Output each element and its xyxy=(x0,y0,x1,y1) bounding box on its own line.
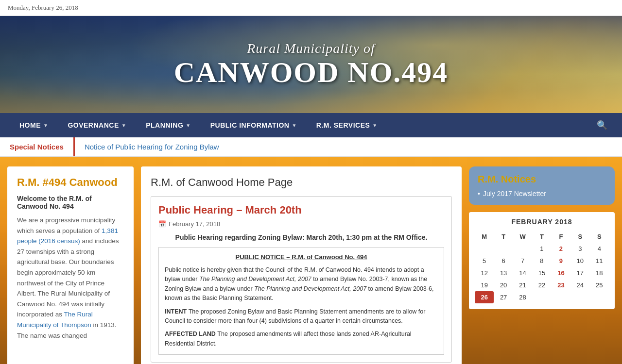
calendar-cell xyxy=(475,243,494,255)
calendar-cell: 12 xyxy=(475,267,494,279)
nav-item-public-information[interactable]: PUBLIC INFORMATION ▼ xyxy=(201,113,307,137)
calendar-cell: 5 xyxy=(475,255,494,267)
calendar-cell: 10 xyxy=(570,255,589,267)
nav-item-planning[interactable]: PLANNING ▼ xyxy=(136,113,201,137)
cal-header-s1: S xyxy=(570,231,589,243)
cal-header-f: F xyxy=(552,231,570,243)
nav-item-governance[interactable]: GOVERNANCE ▼ xyxy=(58,113,136,137)
notice-box: PUBLIC NOTICE – R.M. of Canwood No. 494 … xyxy=(158,247,444,355)
calendar-cell: 2 xyxy=(552,243,570,255)
calendar-cell xyxy=(570,291,589,303)
article-title: Public Hearing – March 20th xyxy=(158,204,444,216)
calendar-cell: 8 xyxy=(532,255,551,267)
current-date: Monday, February 26, 2018 xyxy=(8,4,78,11)
sidebar-description: We are a progressive municipality which … xyxy=(17,215,124,341)
cal-header-m: M xyxy=(475,231,494,243)
main-center: R.M. of Canwood Home Page Public Hearing… xyxy=(141,166,462,364)
nav-item-home[interactable]: HOME ▼ xyxy=(10,113,58,137)
notices-label: Special Notices xyxy=(0,137,75,156)
chevron-down-icon: ▼ xyxy=(186,123,190,128)
calendar-cell: 19 xyxy=(475,279,494,291)
header-banner: Rural Municipality of CANWOOD NO.494 xyxy=(0,16,622,113)
calendar-cell: 7 xyxy=(513,255,532,267)
calendar-row: 567891011 xyxy=(475,255,609,267)
calendar-cell xyxy=(494,243,513,255)
sidebar-rm-title: R.M. #494 Canwood xyxy=(17,176,124,189)
notices-link[interactable]: Notice of Public Hearing for Zoning Byla… xyxy=(75,137,229,156)
nav-item-rm-services[interactable]: R.M. SERVICES ▼ xyxy=(307,113,387,137)
calendar-cell: 22 xyxy=(532,279,551,291)
calendar-header-row: M T W T F S S xyxy=(475,231,609,243)
calendar-cell: 17 xyxy=(570,267,589,279)
cal-header-s2: S xyxy=(590,231,609,243)
calendar-cell: 21 xyxy=(513,279,532,291)
notice-affected-section: AFFECTED LAND The proposed amendments wi… xyxy=(165,330,438,348)
date-bar: Monday, February 26, 2018 xyxy=(0,0,622,16)
calendar-cell: 23 xyxy=(552,279,570,291)
page-title: R.M. of Canwood Home Page xyxy=(151,176,452,189)
notice-para1: Public notice is hereby given that the C… xyxy=(165,265,438,303)
notice-title: PUBLIC NOTICE – R.M. of Canwood No. 494 xyxy=(165,253,438,261)
calendar-cell xyxy=(552,291,570,303)
header-main-title: CANWOOD NO.494 xyxy=(174,56,449,88)
article-date: 📅 February 17, 2018 xyxy=(158,220,444,228)
calendar-cell xyxy=(513,243,532,255)
cal-header-t2: T xyxy=(532,231,551,243)
calendar-cell: 4 xyxy=(590,243,609,255)
calendar-row: 262728 xyxy=(475,291,609,303)
chevron-down-icon: ▼ xyxy=(372,123,377,128)
chevron-down-icon: ▼ xyxy=(43,123,48,128)
article-summary: Public Hearing regarding Zoning Bylaw: M… xyxy=(158,233,444,241)
header-subtitle: Rural Municipality of xyxy=(174,41,449,56)
notice-intent-section: INTENT The proposed Zoning Bylaw and Bas… xyxy=(165,307,438,326)
calendar-cell: 18 xyxy=(590,267,609,279)
main-content: R.M. #494 Canwood Welcome to the R.M. of… xyxy=(0,157,622,364)
calendar-cell: 16 xyxy=(552,267,570,279)
calendar-cell: 26 xyxy=(475,291,494,303)
calendar-cell: 1 xyxy=(532,243,551,255)
calendar-cell xyxy=(532,291,551,303)
notice-intent-text: The proposed Zoning Bylaw and Basic Plan… xyxy=(165,308,425,324)
sidebar-left: R.M. #494 Canwood Welcome to the R.M. of… xyxy=(7,166,134,364)
calendar-icon: 📅 xyxy=(158,220,166,228)
nav-bar: HOME ▼ GOVERNANCE ▼ PLANNING ▼ PUBLIC IN… xyxy=(0,113,622,137)
rm-notices-box: R.M. Notices July 2017 Newsletter xyxy=(469,166,615,205)
calendar-cell: 24 xyxy=(570,279,589,291)
calendar-row: 19202122232425 xyxy=(475,279,609,291)
thompson-link[interactable]: The Rural Municipality of Thompson xyxy=(17,311,93,329)
notice-affected-label: AFFECTED LAND xyxy=(165,331,216,337)
calendar-cell: 15 xyxy=(532,267,551,279)
calendar-grid: M T W T F S S 12345678910111213141516171… xyxy=(475,231,609,303)
calendar-cell: 27 xyxy=(494,291,513,303)
calendar-cell: 11 xyxy=(590,255,609,267)
population-link[interactable]: 1,381 people (2016 census) xyxy=(17,227,118,245)
calendar-cell: 25 xyxy=(590,279,609,291)
calendar-cell: 28 xyxy=(513,291,532,303)
sidebar-right: R.M. Notices July 2017 Newsletter FEBRUA… xyxy=(469,166,615,364)
calendar-cell: 14 xyxy=(513,267,532,279)
search-icon[interactable]: 🔍 xyxy=(592,120,612,131)
rm-notices-title: R.M. Notices xyxy=(478,174,606,185)
rm-notices-list: July 2017 Newsletter xyxy=(478,190,606,198)
calendar-cell: 6 xyxy=(494,255,513,267)
calendar-box: FEBRUARY 2018 M T W T F S S 123456789101… xyxy=(469,212,615,309)
notices-bar: Special Notices Notice of Public Hearing… xyxy=(0,137,622,157)
sidebar-welcome: Welcome to the R.M. of Canwood No. 494 xyxy=(17,195,124,210)
calendar-cell: 3 xyxy=(570,243,589,255)
chevron-down-icon: ▼ xyxy=(121,123,126,128)
calendar-cell: 20 xyxy=(494,279,513,291)
chevron-down-icon: ▼ xyxy=(292,123,296,128)
calendar-row: 12131415161718 xyxy=(475,267,609,279)
calendar-title: FEBRUARY 2018 xyxy=(475,218,609,226)
header-title: Rural Municipality of CANWOOD NO.494 xyxy=(174,41,449,88)
cal-header-t1: T xyxy=(494,231,513,243)
calendar-cell: 9 xyxy=(552,255,570,267)
article-box: Public Hearing – March 20th 📅 February 1… xyxy=(151,196,452,363)
calendar-cell xyxy=(590,291,609,303)
rm-notice-item[interactable]: July 2017 Newsletter xyxy=(478,190,606,198)
calendar-row: 1234 xyxy=(475,243,609,255)
cal-header-w: W xyxy=(513,231,532,243)
calendar-cell: 13 xyxy=(494,267,513,279)
notice-intent-label: INTENT xyxy=(165,308,187,315)
